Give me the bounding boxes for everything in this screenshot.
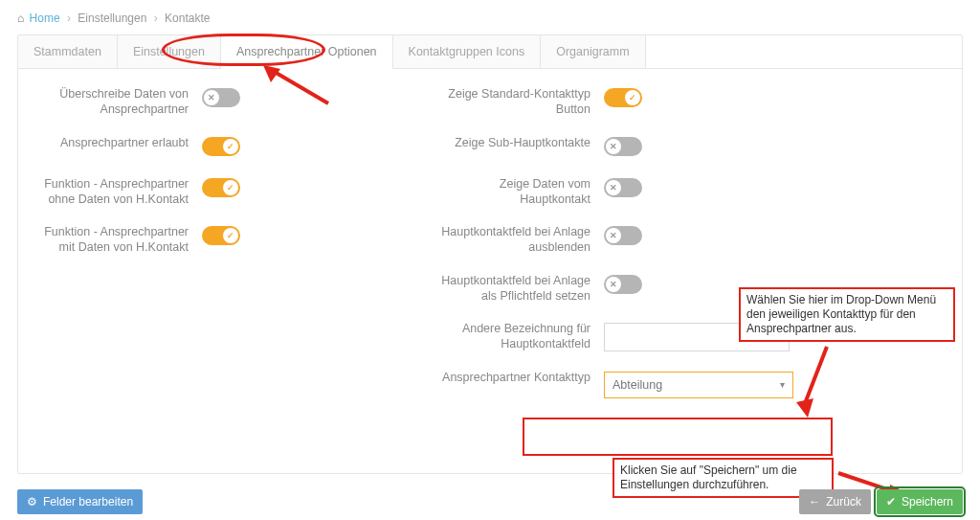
toggle-req-main[interactable] (604, 275, 642, 294)
tab-organigramm[interactable]: Organigramm (541, 35, 645, 68)
toggle-std-button[interactable] (604, 88, 642, 107)
toggle-func-without[interactable] (202, 178, 240, 197)
toggle-func-with[interactable] (202, 226, 240, 245)
toggle-main-data[interactable] (604, 178, 642, 197)
arrow-left-icon: ← (809, 495, 820, 509)
toggle-allowed[interactable] (202, 137, 240, 156)
toggle-overwrite[interactable] (202, 88, 240, 107)
label-overwrite: Überschreibe Daten von Ansprechpartner (35, 86, 202, 118)
tab-bar: Stammdaten Einstellungen Ansprechpartner… (18, 35, 962, 69)
gears-icon: ⚙ (27, 495, 37, 509)
save-button[interactable]: ✔ Speichern (877, 489, 963, 514)
home-icon: ⌂ (17, 11, 24, 25)
label-main-data: Zeige Daten vom Hauptkontakt (437, 176, 604, 208)
label-allowed: Ansprechpartner erlaubt (35, 135, 202, 150)
fields-edit-button[interactable]: ⚙ Felder bearbeiten (17, 489, 143, 514)
tab-kontaktgruppen-icons[interactable]: Kontaktgruppen Icons (393, 35, 542, 68)
tab-einstellungen[interactable]: Einstellungen (118, 35, 221, 68)
label-req-main: Hauptkontaktfeld bei Anlage als Pflichtf… (437, 273, 604, 305)
label-other-label: Andere Bezeichnung für Hauptkontaktfeld (437, 321, 604, 352)
chevron-down-icon: ▾ (780, 379, 785, 390)
toggle-hide-main[interactable] (604, 226, 642, 245)
label-func-without: Funktion - Ansprechpartner ohne Daten vo… (35, 176, 202, 208)
chevron-right-icon: › (67, 11, 71, 25)
back-button[interactable]: ← Zurück (799, 489, 871, 514)
breadcrumb: ⌂ Home › Einstellungen › Kontakte (17, 11, 963, 25)
fields-edit-label: Felder bearbeiten (43, 495, 133, 509)
label-sub-main: Zeige Sub-Hauptkontakte (437, 135, 604, 150)
breadcrumb-home[interactable]: Home (30, 11, 60, 25)
check-icon: ✔ (886, 495, 896, 509)
footer-actions: ⚙ Felder bearbeiten ← Zurück ✔ Speichern (17, 489, 963, 514)
label-hide-main: Hauptkontaktfeld bei Anlage ausblenden (437, 224, 604, 256)
chevron-right-icon: › (154, 11, 158, 25)
label-std-button: Zeige Standard-Kontakttyp Button (437, 86, 604, 118)
breadcrumb-settings: Einstellungen (78, 11, 146, 25)
select-kontakttyp-value: Abteilung (612, 378, 662, 392)
back-label: Zurück (826, 495, 861, 509)
tab-ansprechpartner-optionen[interactable]: Ansprechpartner Optionen (221, 35, 393, 69)
breadcrumb-contacts: Kontakte (165, 11, 210, 25)
settings-panel: Stammdaten Einstellungen Ansprechpartner… (17, 34, 963, 474)
tab-stammdaten[interactable]: Stammdaten (18, 35, 118, 68)
toggle-sub-main[interactable] (604, 137, 642, 156)
save-label: Speichern (902, 495, 953, 509)
annotation-dropdown-hint: Wählen Sie hier im Drop-Down Menü den je… (739, 287, 955, 342)
label-func-with: Funktion - Ansprechpartner mit Daten von… (35, 224, 202, 256)
select-kontakttyp[interactable]: Abteilung ▾ (604, 372, 793, 398)
label-ktyp: Ansprechpartner Kontakttyp (437, 370, 604, 385)
